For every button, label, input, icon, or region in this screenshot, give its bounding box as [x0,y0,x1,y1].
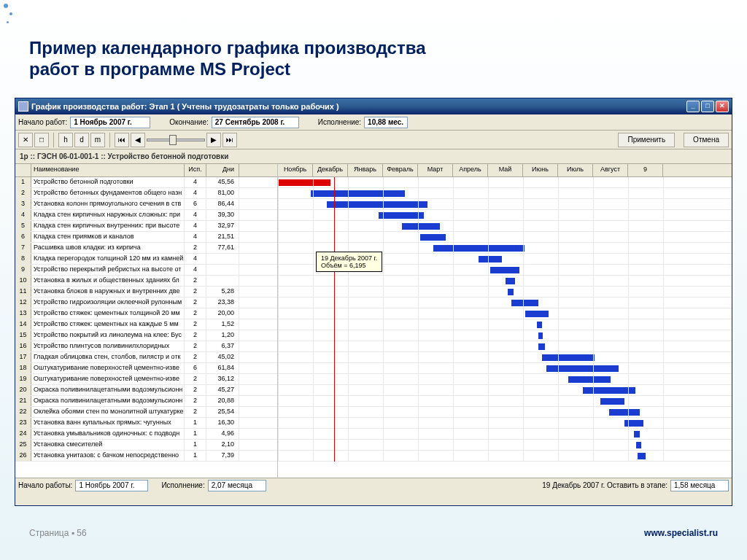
month-cell[interactable]: Февраль [383,164,418,176]
month-cell[interactable]: Май [488,164,523,176]
col-num[interactable] [15,164,31,176]
month-cell[interactable]: Июль [558,164,593,176]
nav-next-icon[interactable]: ▶ [206,133,221,147]
app-window: График производства работ: Этап 1 ( Учте… [15,98,732,506]
month-cell[interactable]: 9 [628,164,663,176]
nav-prev-icon[interactable]: ◀ [131,133,145,147]
col-isp[interactable]: Исп. [185,164,206,176]
toolbar-dates: Начало работ: Окончание: Исполнение: 10,… [15,114,732,131]
app-icon [18,101,28,112]
grid-area: Наименование Исп. Дни 1Устройство бетонн… [15,164,732,478]
statusbar: Начало работы: Исполнение: 19 Декабрь 20… [15,478,732,492]
table-row[interactable]: 12Устройство гидроизоляции оклеечной рул… [15,298,277,308]
month-cell[interactable]: Апрель [453,164,488,176]
start-date-label: Начало работ: [18,118,67,126]
table-row[interactable]: 26Установка унитазов: с бачком непосредс… [15,451,277,462]
table-row[interactable]: 9Устройство перекрытий ребристых на высо… [15,265,277,276]
slide-footer: Страница ▪ 56 www.specialist.ru [29,528,718,538]
new-icon[interactable]: □ [34,133,49,147]
table-row[interactable]: 14Устройство стяжек: цементных на каждые… [15,319,277,330]
table-row[interactable]: 6Кладка стен приямков и каналов421,51 [15,232,277,243]
table-row[interactable]: 16Устройство плинтусов поливинилхлоридны… [15,341,277,352]
month-cell[interactable]: Март [418,164,453,176]
table-row[interactable]: 25Установка смесителей12,10 [15,440,277,451]
table-row[interactable]: 2Устройство бетонных фундаментов общего … [15,188,277,199]
corner-decor [4,4,33,33]
window-title: График производства работ: Этап 1 ( Учте… [31,102,339,111]
month-cell[interactable]: Ноябрь [278,164,313,176]
month-cell[interactable]: Август [593,164,628,176]
zoom-slider[interactable] [147,139,205,141]
table-row[interactable]: 23Установка ванн купальных прямых: чугун… [15,418,277,429]
footer-url: www.specialist.ru [644,528,718,538]
task-table: Наименование Исп. Дни 1Устройство бетонн… [15,164,278,478]
scale-h-button[interactable]: h [58,133,73,147]
table-row[interactable]: 17Гладкая облицовка стен, столбов, пиляс… [15,352,277,363]
end-date-label: Окончание: [169,118,209,126]
exec-label: Исполнение: [318,118,361,126]
close-button[interactable]: ✕ [716,101,729,112]
table-row[interactable]: 18Оштукатуривание поверхностей цементно-… [15,363,277,374]
col-name[interactable]: Наименование [31,164,185,176]
table-header: Наименование Исп. Дни [15,164,277,177]
today-line [334,177,335,462]
page-number: Страница ▪ 56 [29,528,87,538]
slide-title: Пример календарного графика производства… [29,38,426,80]
exec-value: 10,88 мес. [364,117,408,128]
table-row[interactable]: 4Кладка стен кирпичных наружных сложных:… [15,210,277,221]
table-row[interactable]: 10Установка в жилых и общественных здани… [15,276,277,287]
table-row[interactable]: 20Окраска поливинилацетатными водоэмульс… [15,385,277,396]
sb-start-input[interactable] [75,480,148,491]
sb-rest-input[interactable] [670,480,729,491]
table-row[interactable]: 15Устройство покрытий из линолеума на кл… [15,330,277,341]
col-days[interactable]: Дни [206,164,239,176]
table-row[interactable]: 8Кладка перегородок толщиной 120 мм из к… [15,254,277,265]
scale-d-button[interactable]: d [74,133,89,147]
table-row[interactable]: 24Установка умывальников одиночных: с по… [15,429,277,440]
end-date-input[interactable] [212,117,299,128]
table-row[interactable]: 7Расшивка швов кладки: из кирпича277,61 [15,243,277,254]
apply-button[interactable]: Применить [618,133,675,147]
maximize-button[interactable]: □ [701,101,714,112]
month-cell[interactable]: Январь [348,164,383,176]
gantt-header: НоябрьДекабрьЯнварьФевральМартАпрельМайИ… [278,164,732,177]
context-line: 1р :: ГЭСН 06-01-001-1 :: Устройство бет… [15,149,732,164]
month-cell[interactable]: Июнь [523,164,558,176]
toolbar-buttons: ✕ □ h d m ⏮ ◀ ▶ ⏭ Применить Отмена [15,131,732,149]
table-row[interactable]: 5Кладка стен кирпичных внутренних: при в… [15,221,277,232]
start-date-input[interactable] [70,117,150,128]
table-row[interactable]: 22Оклейка обоями стен по монолитной штук… [15,407,277,418]
gantt-chart: НоябрьДекабрьЯнварьФевральМартАпрельМайИ… [278,164,732,478]
nav-last-icon[interactable]: ⏭ [222,133,237,147]
delete-icon[interactable]: ✕ [18,133,33,147]
table-row[interactable]: 13Устройство стяжек: цементных толщиной … [15,308,277,319]
titlebar[interactable]: График производства работ: Этап 1 ( Учте… [15,98,732,114]
scale-m-button[interactable]: m [90,133,105,147]
nav-first-icon[interactable]: ⏮ [115,133,129,147]
sb-exec-input[interactable] [208,480,266,491]
tooltip: 19 Декабрь 2007 г.Объём = 6,195 [316,252,382,272]
sb-exec-label: Исполнение: [161,481,204,489]
table-row[interactable]: 1Устройство бетонной подготовки445,56 [15,177,277,188]
cancel-button[interactable]: Отмена [684,133,729,147]
sb-today-label: 19 Декабрь 2007 г. Оставить в этапе: [542,481,667,489]
table-row[interactable]: 11Установка блоков в наружных и внутренн… [15,287,277,298]
table-row[interactable]: 19Оштукатуривание поверхностей цементно-… [15,374,277,385]
sb-start-label: Начало работы: [18,481,72,489]
table-row[interactable]: 3Установка колонн прямоугольного сечения… [15,199,277,210]
month-cell[interactable]: Декабрь [313,164,348,176]
table-row[interactable]: 21Окраска поливинилацетатными водоэмульс… [15,396,277,407]
minimize-button[interactable]: _ [686,101,700,112]
